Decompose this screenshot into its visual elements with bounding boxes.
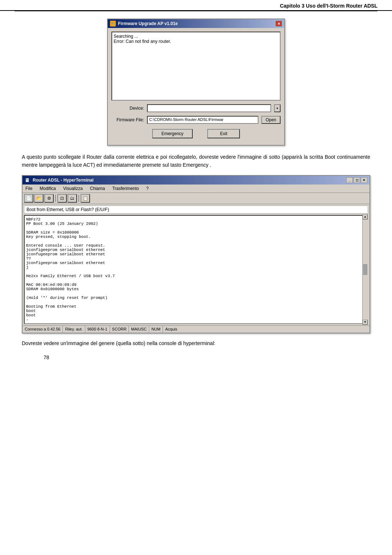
menu-chiama[interactable]: Chiama xyxy=(89,185,106,192)
device-dropdown[interactable]: ▼ xyxy=(274,104,281,112)
device-label: Device: xyxy=(111,106,144,111)
firmware-field-row: Firmware File: C:\CDROM\I-Storm Router A… xyxy=(111,116,281,124)
menu-trasferimento[interactable]: Trasferimento xyxy=(111,185,140,192)
hyper-terminal-window: 🖥 Router ADSL - HyperTerminal _ ◻ ✕ File… xyxy=(22,175,370,333)
ht-console-wrapper: NBFs72 PP Boot 3.00 (25 January 2002) SD… xyxy=(23,214,369,325)
status-maiusc: MAIUSC xyxy=(129,326,149,333)
ht-terminal-area: Boot from Ethernet, USB or Flash? (E/U/F… xyxy=(23,204,369,325)
status-num: NUM xyxy=(149,326,163,333)
toolbar-new-button[interactable]: 📄 xyxy=(24,194,33,203)
firmware-upgrade-dialog: 🔧 Firmware Upgrade AP v1.01e ✕ Searching… xyxy=(107,19,285,146)
firmware-path-input[interactable]: C:\CDROM\I-Storm Router ADSL\Firmwar xyxy=(147,116,258,124)
page-footer: 78 xyxy=(22,353,370,368)
dialog-title-icon: 🔧 xyxy=(110,21,116,27)
toolbar-separator-1 xyxy=(55,195,56,202)
menu-modifica[interactable]: Modifica xyxy=(38,185,57,192)
dialog-body: Searching ... Error: Can not find any ro… xyxy=(108,28,284,145)
dialog-close-button[interactable]: ✕ xyxy=(275,21,282,27)
status-connected: Connesso a 0.42.56 xyxy=(23,326,63,333)
ht-toolbar: 📄 📂 ⚙ ⊡ 🗂 📋 xyxy=(23,193,369,204)
ht-menubar: File Modifica Visualizza Chiama Trasferi… xyxy=(23,185,369,193)
menu-help[interactable]: ? xyxy=(145,185,150,192)
page-number: 78 xyxy=(44,355,49,360)
toolbar-properties-button[interactable]: ⚙ xyxy=(44,194,54,203)
ht-titlebar: 🖥 Router ADSL - HyperTerminal _ ◻ ✕ xyxy=(23,176,369,185)
ht-close-button[interactable]: ✕ xyxy=(361,177,367,183)
status-scorr: SCORR xyxy=(110,326,129,333)
device-field-row: Device: ▼ xyxy=(111,104,281,112)
ht-restore-button[interactable]: ◻ xyxy=(354,177,360,183)
ht-console: NBFs72 PP Boot 3.00 (25 January 2002) SD… xyxy=(24,215,368,324)
dialog-title-text: Firmware Upgrade AP v1.01e xyxy=(118,21,178,26)
scrollbar-thumb[interactable] xyxy=(363,264,367,275)
exit-button[interactable]: Exit xyxy=(207,129,240,138)
toolbar-separator-2 xyxy=(78,195,79,202)
toolbar-sendfolder-button[interactable]: 🗂 xyxy=(68,194,77,203)
menu-visualizza[interactable]: Visualizza xyxy=(62,185,84,192)
toolbar-open-button[interactable]: 📂 xyxy=(34,194,44,203)
ht-title-left: 🖥 Router ADSL - HyperTerminal xyxy=(25,177,94,183)
scrollbar-down-arrow[interactable]: ▼ xyxy=(363,320,368,325)
scrollbar-up-arrow[interactable]: ▲ xyxy=(363,214,368,219)
device-input[interactable] xyxy=(147,104,271,112)
scrollbar-track-lower xyxy=(363,275,368,320)
console-scrollbar[interactable]: ▲ ▼ xyxy=(362,214,368,325)
dialog-titlebar: 🔧 Firmware Upgrade AP v1.01e ✕ xyxy=(108,19,284,28)
ht-window-buttons: _ ◻ ✕ xyxy=(346,177,367,183)
dialog-buttons: Emergency Exit xyxy=(111,129,281,138)
status-acquis: Acquis xyxy=(163,326,179,333)
scrollbar-track xyxy=(363,219,368,264)
ht-minimize-button[interactable]: _ xyxy=(346,177,353,183)
status-auto: Riley. aut. xyxy=(63,326,85,333)
chapter-header: Capitolo 3 Uso dell'I-Storm Router ADSL xyxy=(280,3,377,9)
firmware-label: Firmware File: xyxy=(111,117,144,122)
menu-file[interactable]: File xyxy=(24,185,34,192)
body-paragraph-2: Dovreste vedere un'immagine del genere (… xyxy=(22,339,370,347)
ht-title-text: Router ADSL - HyperTerminal xyxy=(33,178,94,183)
toolbar-disconnect-button[interactable]: ⊡ xyxy=(57,194,67,203)
open-button[interactable]: Open xyxy=(261,116,281,124)
body-paragraph-1: A questo punto scollegate il Router dall… xyxy=(22,153,370,169)
ht-prompt-bar: Boot from Ethernet, USB or Flash? (E/U/F… xyxy=(24,206,368,214)
status-baud: 9600 8-N-1 xyxy=(85,326,110,333)
ht-statusbar: Connesso a 0.42.56 Riley. aut. 9600 8-N-… xyxy=(23,325,369,333)
emergency-button[interactable]: Emergency xyxy=(152,129,193,138)
log-line-1: Searching ... xyxy=(114,34,278,39)
toolbar-transfer-button[interactable]: 📋 xyxy=(81,194,90,203)
dialog-log-area: Searching ... Error: Can not find any ro… xyxy=(111,32,281,101)
dialog-title-left: 🔧 Firmware Upgrade AP v1.01e xyxy=(110,21,178,27)
log-line-2: Error: Can not find any router. xyxy=(114,39,278,44)
ht-title-icon: 🖥 xyxy=(25,177,30,183)
